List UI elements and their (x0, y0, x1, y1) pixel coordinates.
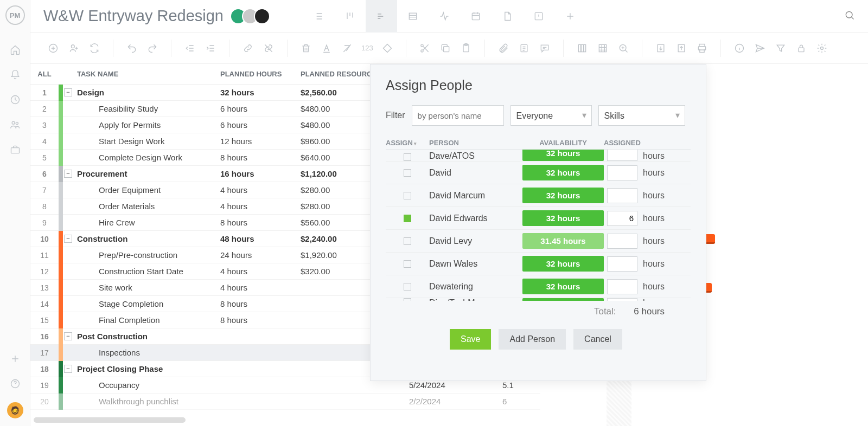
task-name-cell: Prep/Pre-construction (74, 250, 220, 260)
filter-icon[interactable] (774, 42, 787, 55)
person-row[interactable]: David Marcum 32 hours hours (386, 184, 691, 207)
clock-icon[interactable] (9, 93, 22, 106)
person-name: Dina/TechM (429, 298, 522, 301)
info-icon[interactable] (733, 42, 746, 55)
print-icon[interactable] (695, 42, 709, 55)
hours-input[interactable] (607, 256, 637, 272)
skills-dropdown[interactable]: Skills (598, 105, 685, 126)
home-icon[interactable] (9, 43, 22, 56)
collapse-icon[interactable]: − (64, 88, 72, 96)
indent-icon[interactable] (204, 42, 217, 55)
assign-checkbox[interactable] (404, 153, 411, 161)
app-logo[interactable]: PM (5, 5, 25, 25)
copy-icon[interactable] (439, 42, 452, 55)
assign-checkbox[interactable] (404, 260, 411, 268)
person-row[interactable]: Dewatering 32 hours hours (386, 275, 691, 298)
outdent-icon[interactable] (183, 42, 196, 55)
group-dropdown[interactable]: Everyone (510, 105, 592, 126)
tab-risk[interactable] (523, 0, 554, 33)
assign-checkbox[interactable] (404, 192, 411, 199)
sync-icon[interactable] (88, 42, 101, 55)
col-planned-hours[interactable]: PLANNED HOURS (220, 70, 301, 78)
link-icon[interactable] (241, 42, 254, 55)
redo-icon[interactable] (146, 42, 159, 55)
note-icon[interactable] (518, 42, 531, 55)
paste-icon[interactable] (459, 42, 473, 55)
person-row[interactable]: David Edwards 32 hours hours (386, 207, 691, 230)
tab-sheet[interactable] (397, 0, 429, 33)
grid-icon[interactable] (596, 42, 609, 55)
unlink-icon[interactable] (262, 42, 275, 55)
gear-icon[interactable] (815, 42, 828, 55)
undo-icon[interactable] (125, 42, 138, 55)
member-avatars[interactable] (234, 8, 270, 24)
hours-input[interactable] (607, 165, 637, 180)
briefcase-icon[interactable] (9, 143, 22, 156)
collapse-icon[interactable]: − (64, 332, 72, 340)
person-row[interactable]: Dina/TechM 32 hours hours (386, 298, 691, 301)
col-all[interactable]: ALL (30, 70, 59, 78)
tab-board[interactable] (334, 0, 366, 33)
hours-input[interactable] (607, 279, 637, 294)
tab-calendar[interactable] (460, 0, 492, 33)
hours-input[interactable] (607, 234, 637, 249)
assign-checkbox[interactable] (404, 298, 411, 301)
horizontal-scrollbar[interactable] (34, 417, 186, 423)
hours-input[interactable] (607, 188, 637, 203)
task-name-cell: Final Completion (74, 315, 220, 325)
lock-icon[interactable] (795, 42, 808, 55)
collapse-icon[interactable]: − (64, 365, 72, 373)
filter-input[interactable] (412, 105, 504, 126)
task-row[interactable]: 20 Walkthrough punchlist 2/2/20246 (30, 393, 540, 410)
milestone-icon[interactable] (381, 42, 394, 55)
assign-checkbox[interactable] (404, 169, 411, 177)
assign-checkbox[interactable] (404, 215, 411, 222)
person-row[interactable]: Dawn Wales 32 hours hours (386, 253, 691, 275)
tab-add[interactable] (554, 0, 586, 33)
hours-input[interactable] (607, 298, 637, 301)
task-name-cell: Start Design Work (74, 137, 220, 146)
svg-point-2 (16, 122, 18, 124)
add-icon[interactable] (9, 352, 22, 365)
collapse-icon[interactable]: − (64, 170, 72, 178)
hours-input[interactable] (607, 211, 637, 226)
comment-icon[interactable] (538, 42, 551, 55)
person-row[interactable]: David 32 hours hours (386, 162, 691, 184)
trash-icon[interactable] (299, 42, 312, 55)
tab-gantt[interactable] (366, 0, 397, 33)
assign-checkbox[interactable] (404, 283, 411, 291)
person-row[interactable]: Dave/ATOS 32 hours hours (386, 150, 691, 162)
user-avatar[interactable]: 🧔 (7, 402, 23, 418)
hours-input[interactable] (607, 150, 637, 161)
assign-checkbox[interactable] (404, 237, 411, 245)
task-name-cell: Hire Crew (74, 218, 220, 227)
tab-list[interactable] (303, 0, 334, 33)
help-icon[interactable] (9, 377, 22, 390)
add-task-icon[interactable] (47, 42, 60, 55)
add-person-button[interactable]: Add Person (499, 329, 566, 350)
assign-icon[interactable] (67, 42, 80, 55)
people-icon[interactable] (9, 118, 22, 131)
hours-cell: 48 hours (220, 234, 301, 243)
person-name: Dawn Wales (429, 259, 522, 269)
send-icon[interactable] (754, 42, 767, 55)
zoom-in-icon[interactable] (617, 42, 630, 55)
columns-icon[interactable] (576, 42, 589, 55)
export-icon[interactable] (675, 42, 688, 55)
cancel-button[interactable]: Cancel (573, 329, 622, 350)
import-icon[interactable] (654, 42, 667, 55)
person-row[interactable]: David Levy 31.45 hours hours (386, 230, 691, 253)
bell-icon[interactable] (9, 68, 22, 81)
col-task-name[interactable]: TASK NAME (74, 70, 220, 78)
percent-icon[interactable]: 123 (361, 42, 373, 55)
attach-icon[interactable] (497, 42, 510, 55)
search-icon[interactable] (844, 10, 855, 23)
tab-activity[interactable] (429, 0, 460, 33)
svg-point-27 (820, 47, 823, 49)
text-color-icon[interactable] (320, 42, 333, 55)
cut-icon[interactable] (418, 42, 431, 55)
clear-format-icon[interactable] (341, 42, 354, 55)
save-button[interactable]: Save (450, 329, 491, 350)
collapse-icon[interactable]: − (64, 235, 72, 243)
tab-file[interactable] (492, 0, 523, 33)
